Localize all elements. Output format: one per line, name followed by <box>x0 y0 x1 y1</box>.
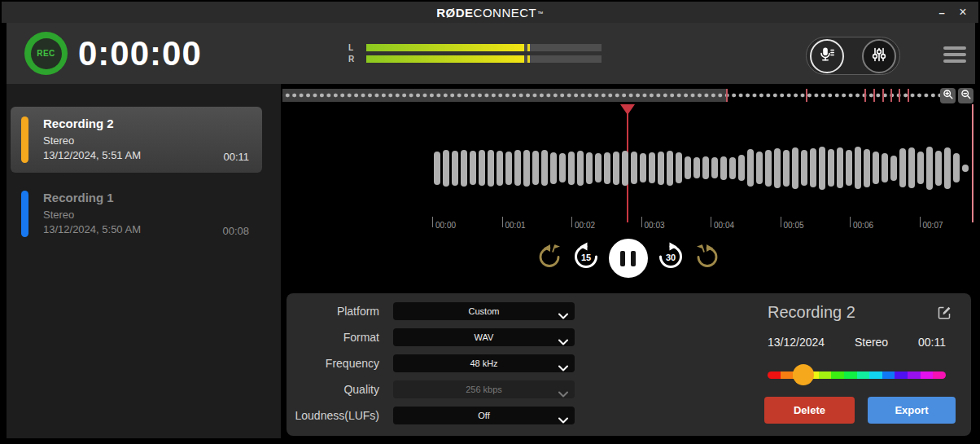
time-label: 00:02 <box>575 221 595 230</box>
chevron-down-icon <box>558 386 568 401</box>
waveform-bar <box>658 152 664 185</box>
color-slider[interactable] <box>768 371 946 379</box>
minimize-button[interactable]: – <box>933 2 951 23</box>
waveform-bar <box>693 157 700 178</box>
waveform-bar <box>586 152 593 184</box>
setting-row: Loudness(LUFs)Off <box>287 407 575 424</box>
waveform-bar <box>470 151 476 185</box>
waveform-bar <box>882 153 888 182</box>
color-slider-handle[interactable] <box>793 364 814 385</box>
waveform-bar <box>738 155 745 181</box>
waveform-region[interactable]: 15 30 <box>281 84 975 438</box>
record-button[interactable]: REC <box>24 32 68 75</box>
waveform-bar <box>873 152 879 184</box>
logo-trademark: ™ <box>537 11 544 16</box>
close-button[interactable]: × <box>954 2 972 23</box>
setting-dropdown[interactable]: 48 kHz <box>393 354 575 372</box>
overview-dots <box>282 89 942 102</box>
pause-icon <box>620 251 625 266</box>
podcast-view-button[interactable] <box>810 39 844 73</box>
waveform-bar <box>855 147 861 189</box>
time-label: 00:01 <box>505 221 526 230</box>
setting-label: Format <box>287 331 379 344</box>
time-tick <box>432 217 433 227</box>
waveform-bar <box>846 150 852 186</box>
view-toggle <box>806 37 900 75</box>
recording-title: Recording 2 <box>43 116 249 130</box>
mixer-view-button[interactable] <box>862 39 896 73</box>
overview-marker <box>899 89 900 102</box>
waveform-bar <box>890 156 897 181</box>
rode-connect-logo: RØDECONNECT™ <box>2 2 978 23</box>
setting-value: Off <box>393 407 575 424</box>
recording-item[interactable]: Recording 2Stereo13/12/2024, 5:51 AM00:1… <box>11 107 262 173</box>
recording-item[interactable]: Recording 1Stereo13/12/2024, 5:50 AM00:0… <box>11 181 262 247</box>
meter-left-fill <box>366 44 524 51</box>
waveform-bar <box>497 151 503 186</box>
menu-button[interactable] <box>943 46 966 66</box>
waveform-bar <box>631 152 637 184</box>
delete-button[interactable]: Delete <box>764 397 855 424</box>
pause-button[interactable] <box>609 239 648 278</box>
waveform-bar <box>864 149 870 187</box>
waveform-bar <box>756 152 763 184</box>
setting-dropdown[interactable]: WAV <box>393 328 575 346</box>
recording-datetime: 13/12/2024, 5:50 AM <box>43 222 249 237</box>
level-meter: L R <box>348 44 602 67</box>
waveform-bar <box>828 149 834 187</box>
record-button-label: REC <box>31 38 62 69</box>
recording-title: Recording 1 <box>43 191 249 204</box>
setting-dropdown[interactable]: Off <box>393 407 575 424</box>
time-tick <box>641 217 642 227</box>
rewind-15-button[interactable]: 15 <box>571 242 601 275</box>
chevron-down-icon <box>558 412 568 427</box>
waveform-bar <box>774 148 781 188</box>
setting-row: Frequency48 kHz <box>287 354 575 372</box>
edit-icon <box>937 309 952 323</box>
top-bar: REC 0:00:00 L R <box>7 23 975 84</box>
recording-duration: 00:11 <box>223 151 249 163</box>
waveform-bar <box>729 157 736 179</box>
time-tick <box>711 217 711 227</box>
waveform[interactable] <box>434 144 971 191</box>
waveform-bar <box>640 153 646 182</box>
forward-30-button[interactable]: 30 <box>656 242 685 275</box>
setting-row: Quality256 kbps <box>287 380 575 398</box>
zoom-in-button[interactable] <box>940 88 956 103</box>
waveform-bar <box>488 150 494 187</box>
waveform-bar <box>604 152 610 184</box>
export-button[interactable]: Export <box>868 397 956 424</box>
setting-value: WAV <box>393 328 575 346</box>
waveform-bar <box>720 156 727 180</box>
setting-dropdown[interactable]: Custom <box>393 302 575 320</box>
time-tick <box>850 217 851 227</box>
rename-button[interactable] <box>937 306 952 323</box>
setting-value: 256 kbps <box>393 380 575 398</box>
waveform-bar <box>479 150 485 186</box>
overview-marker <box>864 89 866 102</box>
transport-controls: 15 30 <box>536 239 721 278</box>
waveform-bar <box>443 150 449 187</box>
time-tick <box>502 217 503 227</box>
details-channels: Stereo <box>855 336 888 349</box>
zoom-out-button[interactable] <box>958 88 973 103</box>
setting-value: 48 kHz <box>393 354 575 372</box>
waveform-overview[interactable] <box>282 89 942 102</box>
waveform-bar <box>711 157 718 178</box>
recording-channels: Stereo <box>43 208 249 222</box>
logo-connect: CONNECT <box>474 6 537 20</box>
time-label: 00:04 <box>714 221 734 230</box>
skip-to-end-button[interactable] <box>693 243 721 274</box>
time-label: 00:03 <box>645 221 665 230</box>
skip-to-start-button[interactable] <box>536 243 563 274</box>
waveform-bar <box>944 147 951 189</box>
waveform-bar <box>568 152 575 185</box>
time-tick <box>571 217 572 227</box>
meter-right-label: R <box>348 55 366 64</box>
svg-text:15: 15 <box>580 253 590 262</box>
setting-dropdown: 256 kbps <box>393 380 575 398</box>
svg-text:30: 30 <box>665 253 675 262</box>
waveform-bar <box>783 150 790 187</box>
waveform-bar <box>899 148 906 187</box>
waveform-bar <box>765 150 772 187</box>
